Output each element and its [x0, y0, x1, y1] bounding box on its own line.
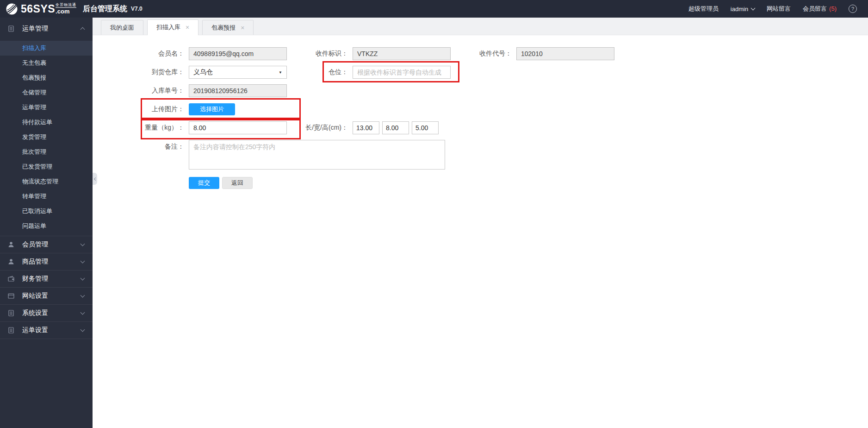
close-icon[interactable]: × [186, 24, 189, 31]
submit-button[interactable]: 提交 [189, 177, 219, 189]
length-input[interactable] [353, 121, 379, 134]
tab-my-desktop[interactable]: 我的桌面 [101, 20, 143, 35]
sidebar-item-waybill-management[interactable]: 运单管理 [0, 100, 93, 115]
logo-text: 56SYS [21, 3, 55, 15]
receiver-mark-input [353, 47, 451, 60]
sidebar-item-unclaimed-packages[interactable]: 无主包裹 [0, 56, 93, 70]
sidebar-group-system-settings[interactable]: 系统设置 [0, 304, 93, 321]
sidebar-group-waybill-management[interactable]: 运单管理 [0, 18, 93, 39]
sidebar-item-cancelled-waybills[interactable]: 已取消运单 [0, 204, 93, 219]
member-messages-link[interactable]: 会员留言(5) [803, 5, 837, 13]
chevron-down-icon [81, 293, 85, 298]
receiver-code-label: 收件代号： [459, 50, 516, 58]
inbound-no-label: 入库单号： [139, 87, 189, 95]
user-icon [7, 241, 15, 248]
tab-label: 包裹预报 [211, 24, 236, 32]
member-name-label: 会员名： [139, 50, 189, 58]
sidebar-group-label: 运单管理 [22, 25, 48, 33]
sidebar-group-label: 财务管理 [22, 275, 48, 283]
member-messages-label: 会员留言 [803, 5, 827, 12]
sidebar-item-logistics-status-management[interactable]: 物流状态管理 [0, 174, 93, 189]
sidebar-item-shipping-management[interactable]: 发货管理 [0, 130, 93, 145]
sidebar-item-shipped-management[interactable]: 已发货管理 [0, 159, 93, 174]
warehouse-label: 到货仓库： [139, 68, 189, 76]
sidebar-group-label: 网站设置 [22, 292, 48, 300]
chevron-down-icon [751, 6, 756, 11]
document-icon [7, 327, 15, 334]
logo-domain: .com [56, 8, 76, 14]
width-input[interactable] [382, 121, 409, 134]
logo-subtitle: 全景物流通 [56, 3, 76, 8]
bin-location-input[interactable] [353, 66, 451, 79]
warehouse-select[interactable]: 义乌仓 ▼ [189, 66, 287, 79]
sidebar-group-finance-management[interactable]: 财务管理 [0, 270, 93, 287]
bin-location-label: 仓位： [295, 68, 353, 76]
select-caret-icon: ▼ [279, 70, 282, 75]
sidebar-item-scan-inbound[interactable]: 扫描入库 [0, 41, 93, 56]
help-glyph: ? [851, 6, 854, 12]
tab-label: 扫描入库 [156, 23, 180, 31]
chevron-down-icon [81, 276, 85, 281]
logo: 56SYS 全景物流通 .com [6, 3, 76, 15]
document-icon [7, 309, 15, 317]
sidebar-item-problem-waybills[interactable]: 问题运单 [0, 219, 93, 233]
upload-image-label: 上传图片： [139, 105, 189, 113]
top-header: 56SYS 全景物流通 .com 后台管理系统 V7.0 超级管理员 iadmi… [0, 0, 868, 18]
sidebar-group-label: 系统设置 [22, 309, 48, 317]
back-button[interactable]: 返回 [222, 177, 253, 189]
remark-textarea[interactable] [189, 140, 445, 170]
message-count-badge: (5) [829, 5, 837, 12]
chevron-down-icon [81, 259, 85, 264]
sidebar-group-waybill-settings[interactable]: 运单设置 [0, 321, 93, 339]
wallet-icon [7, 275, 15, 283]
sidebar-item-transfer-management[interactable]: 转单管理 [0, 189, 93, 204]
tab-label: 我的桌面 [110, 24, 134, 32]
sidebar-item-pending-payment-waybills[interactable]: 待付款运单 [0, 115, 93, 130]
site-messages-link[interactable]: 网站留言 [767, 5, 791, 13]
sidebar-group-label: 运单设置 [22, 326, 48, 334]
weight-label: 重量（kg）： [139, 124, 189, 132]
user-role-label: 超级管理员 [688, 5, 719, 13]
receiver-mark-label: 收件标识： [295, 50, 353, 58]
chevron-down-icon [81, 310, 85, 315]
member-name-input [189, 47, 287, 60]
inbound-no-input [189, 84, 287, 97]
content-area: 会员名： 收件标识： 收件代号： 到货仓库： 义乌仓 ▼ 仓位： [93, 35, 868, 428]
choose-image-button[interactable]: 选择图片 [189, 103, 235, 115]
dimensions-label: 长/宽/高(cm)： [295, 124, 353, 132]
sidebar-group-website-settings[interactable]: 网站设置 [0, 287, 93, 304]
close-icon[interactable]: × [241, 25, 244, 31]
app-version: V7.0 [131, 6, 143, 12]
sidebar-group-product-management[interactable]: 商品管理 [0, 253, 93, 270]
tab-bar: 我的桌面 扫描入库 × 包裹预报 × [93, 18, 868, 35]
sidebar-group-label: 商品管理 [22, 258, 48, 266]
sidebar-group-member-management[interactable]: 会员管理 [0, 236, 93, 253]
user-menu[interactable]: iadmin [731, 6, 755, 13]
sidebar-submenu: 扫描入库 无主包裹 包裹预报 仓储管理 运单管理 待付款运单 发货管理 批次管理… [0, 39, 93, 236]
scan-inbound-form: 会员名： 收件标识： 收件代号： 到货仓库： 义乌仓 ▼ 仓位： [93, 35, 868, 189]
help-icon[interactable]: ? [849, 5, 857, 13]
username: iadmin [731, 6, 748, 13]
remark-label: 备注： [139, 140, 189, 151]
sidebar-item-batch-management[interactable]: 批次管理 [0, 145, 93, 159]
sidebar-item-warehouse-management[interactable]: 仓储管理 [0, 85, 93, 100]
chevron-up-icon [81, 27, 85, 31]
user-icon [7, 258, 15, 265]
weight-input[interactable] [189, 121, 287, 134]
document-icon [7, 25, 15, 32]
sidebar-divider [0, 339, 93, 339]
height-input[interactable] [412, 121, 439, 134]
chevron-down-icon [81, 242, 85, 246]
chevron-down-icon [81, 327, 85, 332]
globe-swoosh-icon [6, 3, 18, 15]
sidebar: 运单管理 扫描入库 无主包裹 包裹预报 仓储管理 运单管理 待付款运单 发货管理… [0, 18, 93, 428]
app-title: 后台管理系统 [83, 4, 127, 14]
sidebar-group-label: 会员管理 [22, 240, 48, 249]
sidebar-item-package-forecast[interactable]: 包裹预报 [0, 70, 93, 85]
tab-scan-inbound[interactable]: 扫描入库 × [147, 19, 198, 35]
tab-package-forecast[interactable]: 包裹预报 × [202, 20, 254, 35]
browser-icon [7, 292, 15, 300]
receiver-code-input [516, 47, 614, 60]
warehouse-selected-value: 义乌仓 [193, 68, 213, 76]
